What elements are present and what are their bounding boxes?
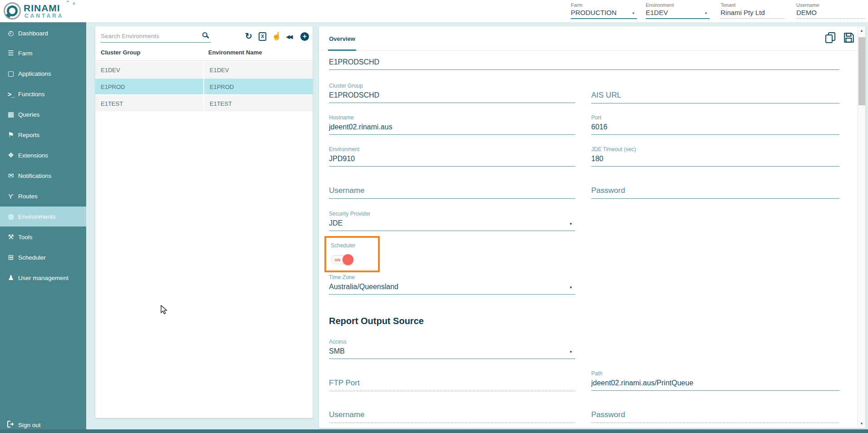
- scroll-down-icon[interactable]: ▼: [858, 422, 865, 426]
- username-readout: Username DEMO: [796, 2, 865, 19]
- calendar-icon: ⊞: [6, 253, 15, 261]
- table-row-selected[interactable]: E1PROD E1PROD: [95, 79, 313, 94]
- port-value[interactable]: 6016: [591, 123, 839, 135]
- environment-label: Environment: [329, 146, 575, 153]
- environment-selector[interactable]: Environment E1DEV: [646, 2, 710, 19]
- scheduler-toggle[interactable]: ON: [331, 255, 353, 264]
- sidebar-item-label: Routes: [18, 193, 38, 200]
- environment-value[interactable]: JPD910: [329, 155, 575, 167]
- add-environment-icon[interactable]: +: [300, 32, 309, 41]
- sidebar-item-notifications[interactable]: ✉ Notifications: [0, 166, 86, 186]
- ais-url-placeholder[interactable]: AIS URL: [591, 91, 839, 103]
- sidebar-item-label: Notifications: [18, 172, 52, 179]
- name-field[interactable]: E1PRODSCHD: [329, 58, 839, 70]
- scroll-up-icon[interactable]: ▲: [858, 29, 865, 33]
- sidebar-item-label: Scheduler: [18, 254, 46, 261]
- hand-pointer-icon[interactable]: ☝: [272, 31, 281, 41]
- jde-timeout-value[interactable]: 180: [591, 155, 839, 167]
- environment-value[interactable]: E1DEV: [646, 9, 710, 19]
- table-row[interactable]: E1TEST E1TEST: [95, 95, 313, 111]
- scheduler-label: Scheduler: [331, 242, 355, 249]
- excel-export-icon[interactable]: X: [259, 32, 266, 41]
- security-provider-value[interactable]: JDE: [329, 219, 575, 231]
- flag-icon: ⚑: [6, 131, 15, 139]
- farm-selector[interactable]: Farm PRODUCTION: [571, 2, 637, 19]
- ais-url-field[interactable]: AIS URL: [591, 91, 839, 103]
- hostname-field[interactable]: Hostname jdeent02.rinami.aus: [329, 114, 575, 135]
- duplicate-icon[interactable]: [825, 32, 836, 45]
- farm-value[interactable]: PRODUCTION: [571, 9, 637, 19]
- time-zone-value[interactable]: Australia/Queensland: [329, 283, 575, 295]
- dashboard-gauge-icon: ◴: [6, 29, 15, 37]
- jde-username-field[interactable]: Username: [329, 186, 575, 199]
- sidebar-item-label: Extensions: [18, 152, 48, 159]
- ros-username-field: Username: [329, 410, 575, 423]
- tab-active-indicator: [328, 49, 356, 51]
- sidebar-item-label: Farm: [18, 50, 33, 57]
- bottom-edge-strip: [0, 429, 868, 433]
- sidebar-item-tools[interactable]: ⚒ Tools: [0, 227, 86, 247]
- rewind-icon[interactable]: ◀◀: [286, 34, 291, 40]
- sidebar-item-dashboard[interactable]: ◴ Dashboard: [0, 23, 86, 43]
- logo-primary-text: RINAMI: [24, 3, 60, 14]
- column-header-cluster-group: Cluster Group: [101, 49, 140, 56]
- ftp-port-field: FTP Port: [329, 379, 575, 391]
- sidebar-item-functions[interactable]: >_ Functions: [0, 84, 86, 104]
- sidebar-item-reports[interactable]: ⚑ Reports: [0, 125, 86, 145]
- cluster-group-value[interactable]: E1PRODSCHD: [329, 91, 575, 103]
- security-provider-select[interactable]: Security Provider JDE: [329, 211, 575, 231]
- rinami-logo-icon: [4, 2, 21, 20]
- scrollbar-thumb[interactable]: [858, 37, 865, 105]
- top-header: RINAMI ˇ ® CANTARA Farm PRODUCTION Envir…: [0, 0, 868, 22]
- access-select[interactable]: Access SMB: [329, 339, 575, 359]
- sidebar-item-environments[interactable]: ◍ Environments: [0, 207, 86, 226]
- toggle-state-text: ON: [334, 258, 341, 262]
- toggle-knob[interactable]: [343, 254, 353, 265]
- path-value[interactable]: jdeent02.rinami.aus/PrintQueue: [591, 379, 839, 391]
- tablet-icon: ▢: [6, 69, 15, 78]
- sidebar-item-farm[interactable]: ☰ Farm: [0, 43, 86, 63]
- tab-overview[interactable]: Overview: [329, 35, 355, 42]
- logo-secondary-text: CANTARA: [25, 13, 64, 19]
- users-icon: ♟: [6, 274, 15, 282]
- jde-username-placeholder[interactable]: Username: [329, 186, 575, 199]
- puzzle-icon: ❖: [6, 151, 15, 159]
- cluster-group-field[interactable]: Cluster Group E1PRODSCHD: [329, 83, 575, 103]
- jde-timeout-field[interactable]: JDE Timeout (sec) 180: [591, 146, 839, 167]
- sidebar-item-scheduler[interactable]: ⊞ Scheduler: [0, 247, 86, 267]
- path-field[interactable]: Path jdeent02.rinami.aus/PrintQueue: [591, 370, 839, 391]
- name-value[interactable]: E1PRODSCHD: [329, 58, 839, 70]
- sidebar-item-label: Dashboard: [18, 30, 48, 37]
- time-zone-select[interactable]: Time Zone Australia/Queensland: [329, 274, 575, 295]
- envelope-icon: ✉: [6, 172, 15, 180]
- ftp-port-placeholder: FTP Port: [329, 379, 575, 391]
- vertical-scrollbar[interactable]: ▲ ▼: [858, 26, 865, 428]
- sidebar-item-extensions[interactable]: ❖ Extensions: [0, 145, 86, 165]
- refresh-icon[interactable]: ↻: [245, 32, 252, 40]
- tenant-label: Tenant: [721, 2, 785, 8]
- save-icon[interactable]: [843, 32, 855, 45]
- jde-password-field[interactable]: Password: [591, 186, 839, 199]
- sidebar-item-user-management[interactable]: ♟ User management: [0, 268, 86, 288]
- port-field[interactable]: Port 6016: [591, 114, 839, 135]
- jde-password-placeholder[interactable]: Password: [591, 186, 839, 199]
- search-field-wrap: [101, 31, 211, 43]
- environment-field[interactable]: Environment JPD910: [329, 146, 575, 167]
- cluster-group-label: Cluster Group: [329, 83, 575, 89]
- access-value[interactable]: SMB: [329, 347, 575, 359]
- table-row[interactable]: E1DEV E1DEV: [95, 62, 313, 78]
- sign-out-icon: [6, 421, 15, 429]
- tab-bar: Overview: [319, 26, 865, 51]
- sidebar-item-applications[interactable]: ▢ Applications: [0, 64, 86, 84]
- globe-icon: ◍: [6, 212, 15, 221]
- search-input[interactable]: [101, 31, 198, 39]
- logo-caron-mark: ˇ: [67, 0, 69, 7]
- path-label: Path: [591, 370, 839, 377]
- ros-password-field: Password: [591, 410, 839, 423]
- hostname-value[interactable]: jdeent02.rinami.aus: [329, 123, 575, 135]
- tenant-readout: Tenant Rinami Pty Ltd: [721, 2, 785, 19]
- sidebar-item-label: Tools: [18, 234, 33, 241]
- sidebar-item-routes[interactable]: ϒ Routes: [0, 186, 86, 206]
- wrench-icon: ⚒: [6, 233, 15, 241]
- sidebar-item-queries[interactable]: ▦ Queries: [0, 104, 86, 124]
